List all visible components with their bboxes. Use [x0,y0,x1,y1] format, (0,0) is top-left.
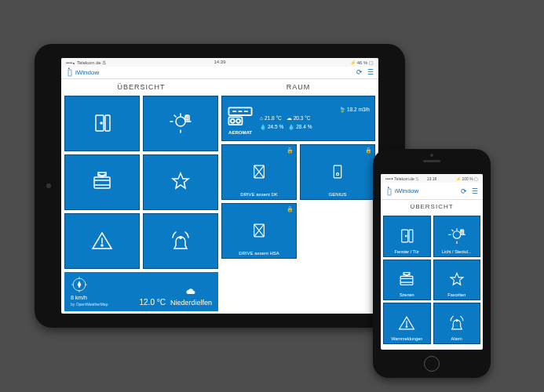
weather-location: Niederdielfen [170,299,212,307]
aeromat-readings: 🍃 18.2 m3/h ⌂ 21.8 °C☁ 20.3 °C 💧 24.5 %💧… [260,107,370,130]
status-time: 13:18 [427,176,437,181]
ipad-screen: ••••∘ Telekom.de ⥹ 14:39 ⚡ 46 % ▢ iWindo… [61,58,378,314]
tile-light[interactable]: Licht / Steckd... [433,216,481,257]
tile-door[interactable] [64,96,140,151]
tile-drive-hsa[interactable]: 🔒 DRIVE axxent HSA [221,203,297,259]
app-topbar: iWindow ⟳ ☰ [61,67,378,79]
lock-icon: 🔒 [287,206,294,212]
tile-light[interactable] [143,96,218,151]
reading-t-in: ☁ 20.3 °C [287,115,311,122]
app-name: iWindow [395,187,418,194]
refresh-icon[interactable]: ⟳ [461,187,467,195]
tile-aeromat[interactable]: AEROMAT 🍃 18.2 m3/h ⌂ 21.8 °C☁ 20.3 °C 💧… [221,96,375,141]
app-topbar: iWindow ⟳ ☰ [381,183,483,200]
tile-door[interactable]: Fenster / Tür [383,216,431,257]
overview-column: ÜBERSICHT 8 km/h by OpenWeatherMap [64,82,218,311]
lock-icon: 🔓 [287,147,294,154]
weather-temp: 12.0 °C [139,298,165,307]
drive-dk-label: DRIVE axxent DK [222,192,296,197]
menu-icon[interactable]: ☰ [367,68,374,76]
weather-panel[interactable]: 8 km/h by OpenWeatherMap 12.0 °C Niederd… [64,272,218,311]
tile-label: Fenster / Tür [384,249,430,254]
status-carrier: ••••∘ Telekom.de ⥹ [385,176,418,181]
tile-scenes[interactable] [64,154,140,210]
lock-icon: 🔒 [365,147,372,154]
iphone-screen: ••••∘ Telekom.de ⥹ 13:18 ⚡ 100 % ▢ iWind… [381,174,483,350]
room-column: RAUM AEROMAT 🍃 18.2 m3/h ⌂ 21.8 °C☁ 20.3… [221,82,375,311]
weather-credit: by OpenWeatherMap [71,302,108,307]
app-logo[interactable]: iWindow [385,187,418,196]
status-battery: ⚡ 46 % ▢ [350,60,374,65]
refresh-icon[interactable]: ⟳ [356,68,363,76]
tile-label: Favoriten [434,292,480,297]
tile-label: Alarm [434,336,480,341]
tile-favorites[interactable]: Favoriten [433,260,481,301]
status-carrier: ••••∘ Telekom.de ⥹ [66,60,106,65]
drive-hsa-label: DRIVE axxent HSA [222,251,296,256]
tile-genius[interactable]: 🔒 GENIUS [300,144,375,200]
tile-favorites[interactable] [143,154,218,210]
aeromat-label: AEROMAT [228,130,252,135]
status-bar: ••••∘ Telekom.de ⥹ 13:18 ⚡ 100 % ▢ [381,174,483,183]
tile-label: Szenen [384,292,430,297]
tile-alarm[interactable] [143,213,218,269]
ipad-device: ••••∘ Telekom.de ⥹ 14:39 ⚡ 46 % ▢ iWindo… [35,44,405,328]
tile-alerts[interactable]: Warnmeldungen [383,303,431,344]
iphone-speaker [423,160,440,162]
wind-speed: 8 km/h [71,295,108,300]
iphone-device: ••••∘ Telekom.de ⥹ 13:18 ⚡ 100 % ▢ iWind… [373,149,491,378]
app-logo[interactable]: iWindow [66,67,99,77]
genius-label: GENIUS [301,192,374,197]
tile-label: Warnmeldungen [384,336,430,341]
status-time: 14:39 [214,60,225,64]
reading-h-in: 💧 28.4 % [288,124,312,130]
status-bar: ••••∘ Telekom.de ⥹ 14:39 ⚡ 46 % ▢ [61,58,378,67]
ipad-camera [46,183,51,188]
reading-h-out: 💧 24.5 % [260,124,283,130]
tile-label: Licht / Steckd... [434,249,480,254]
overview-title: ÜBERSICHT [381,203,483,210]
status-battery: ⚡ 100 % ▢ [456,176,478,181]
room-title: RAUM [221,83,375,91]
iphone-home-button[interactable] [424,356,440,372]
tile-drive-dk[interactable]: 🔓 DRIVE axxent DK [221,144,297,200]
tile-alarm[interactable]: Alarm [433,303,481,344]
reading-t-out: ⌂ 21.8 °C [260,115,282,121]
overview-title: ÜBERSICHT [64,83,218,91]
iphone-camera [430,154,433,157]
tile-alerts[interactable] [64,213,140,269]
menu-icon[interactable]: ☰ [472,187,478,195]
tile-scenes[interactable]: Szenen [383,260,431,301]
reading-flow: 🍃 18.2 m3/h [339,107,370,113]
app-name: iWindow [75,69,99,76]
